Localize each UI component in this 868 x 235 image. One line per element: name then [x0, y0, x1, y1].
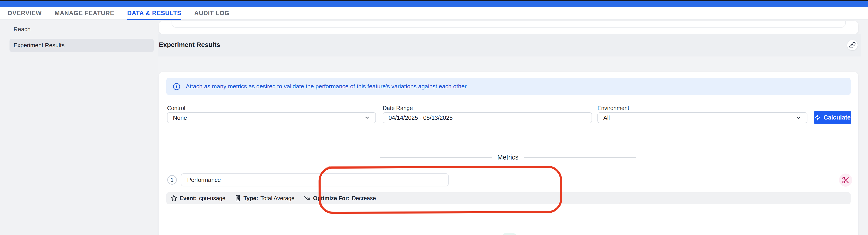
bolt-icon: [814, 114, 821, 121]
metric-ready-badge: [502, 233, 516, 235]
topbar-blue: [0, 1, 868, 7]
metric-optimize-value: Decrease: [352, 195, 376, 202]
metrics-divider-label: Metrics: [497, 154, 518, 161]
previous-card-inner-box: [172, 21, 846, 28]
environment-select-value: All: [603, 114, 610, 121]
tab-overview[interactable]: OVERVIEW: [7, 7, 41, 20]
divider-line: [524, 157, 636, 158]
date-range-label: Date Range: [383, 105, 413, 111]
page: OVERVIEW MANAGE FEATURE DATA & RESULTS A…: [0, 0, 868, 235]
section-header-band: Experiment Results: [158, 34, 861, 57]
star-icon: [170, 195, 177, 202]
divider-line: [380, 157, 492, 158]
calculate-button[interactable]: Calculate: [814, 111, 851, 124]
metric-name-input[interactable]: [181, 173, 449, 187]
experiment-results-card: Attach as many metrics as desired to val…: [159, 72, 858, 235]
control-label: Control: [167, 105, 185, 111]
calculate-button-label: Calculate: [824, 114, 850, 121]
sidebar-item-reach[interactable]: Reach: [9, 23, 154, 36]
metric-type-group: Type: Total Average: [235, 195, 294, 202]
metric-event-group: Event: cpu-usage: [170, 195, 225, 202]
info-banner: Attach as many metrics as desired to val…: [166, 78, 850, 95]
date-range-value: 04/14/2025 - 05/13/2025: [389, 114, 453, 121]
page-title: Experiment Results: [159, 41, 220, 48]
main-content: Experiment Results Attach as many metric: [158, 20, 868, 235]
trend-down-icon: [304, 195, 311, 202]
environment-label: Environment: [597, 105, 629, 111]
control-select-value: None: [173, 114, 187, 121]
metric-index-badge: 1: [167, 175, 177, 184]
date-range-input[interactable]: 04/14/2025 - 05/13/2025: [383, 112, 592, 123]
metric-type-value: Total Average: [260, 195, 294, 202]
tab-audit-log[interactable]: AUDIT LOG: [194, 7, 229, 20]
tab-manage-feature[interactable]: MANAGE FEATURE: [55, 7, 114, 20]
info-icon: [173, 83, 180, 90]
previous-section-card-bottom: [159, 21, 858, 34]
chevron-down-icon: [364, 115, 370, 121]
metric-type-label: Type:: [243, 195, 258, 202]
link-icon: [849, 42, 856, 48]
sidebar-item-experiment-results[interactable]: Experiment Results: [9, 39, 154, 52]
metric-details-bar: Event: cpu-usage Type: Total Average: [166, 192, 850, 204]
calculator-icon: [235, 195, 241, 202]
control-select[interactable]: None: [167, 112, 376, 123]
remove-metric-button[interactable]: [839, 173, 852, 187]
tab-bar: OVERVIEW MANAGE FEATURE DATA & RESULTS A…: [0, 7, 868, 20]
sidebar: Reach Experiment Results: [0, 20, 158, 235]
metric-event-value: cpu-usage: [199, 195, 225, 202]
metric-event-label: Event:: [180, 195, 197, 202]
metrics-divider: Metrics: [380, 154, 636, 161]
chevron-down-icon: [796, 115, 802, 121]
tab-data-results[interactable]: DATA & RESULTS: [127, 7, 182, 20]
copy-link-button[interactable]: [847, 40, 858, 51]
environment-select[interactable]: All: [597, 112, 807, 123]
metric-optimize-label: Optimize For:: [313, 195, 349, 202]
info-banner-text: Attach as many metrics as desired to val…: [186, 83, 468, 90]
scissors-icon: [842, 176, 849, 184]
metric-optimize-group: Optimize For: Decrease: [304, 195, 376, 202]
